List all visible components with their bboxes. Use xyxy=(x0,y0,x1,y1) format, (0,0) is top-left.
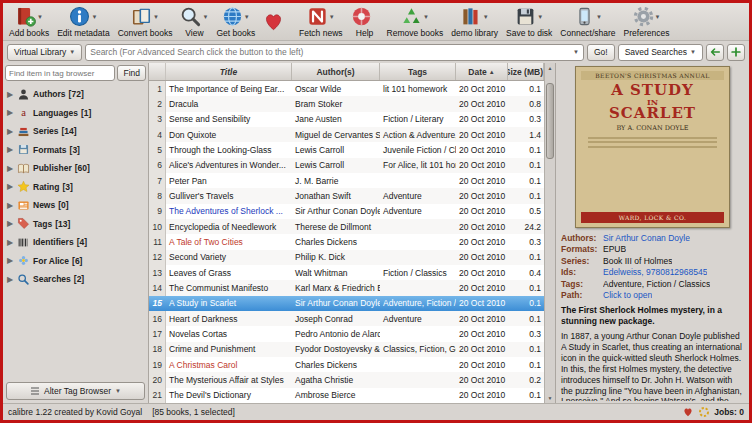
preferences-button[interactable]: ▼Preferences xyxy=(621,5,673,39)
library-button[interactable]: ▼demo library xyxy=(448,5,501,39)
dropdown-arrow-icon[interactable]: ▼ xyxy=(329,14,335,20)
sidebar-item-languages[interactable]: ▶aLanguages[1] xyxy=(3,104,148,123)
detail-field-value[interactable]: Click to open xyxy=(603,290,652,301)
saved-searches-combo[interactable]: Saved Searches ▼ xyxy=(618,44,703,61)
sidebar-item-identifiers[interactable]: ▶Identifiers[4] xyxy=(3,233,148,252)
fetch-news-button[interactable]: ▼Fetch news xyxy=(296,5,345,39)
sidebar-item-formats[interactable]: ▶Formats[3] xyxy=(3,141,148,160)
sidebar-item-count: [4] xyxy=(77,237,87,247)
sidebar-item-rating[interactable]: ▶Rating[3] xyxy=(3,178,148,197)
expand-arrow-icon[interactable]: ▶ xyxy=(6,256,14,265)
edit-metadata-button[interactable]: ▼Edit metadata xyxy=(54,5,112,39)
book-row[interactable]: 17Novelas CortasPedro Antonio de Alarcón… xyxy=(149,326,544,341)
column-header-size[interactable]: Size (MB) xyxy=(508,63,544,80)
book-row[interactable]: 4Don QuixoteMiguel de Cervantes Saa...Ac… xyxy=(149,127,544,142)
go-button[interactable]: Go! xyxy=(587,44,615,61)
expand-arrow-icon[interactable]: ▶ xyxy=(6,275,14,284)
book-row[interactable]: 14The Communist ManifestoKarl Marx & Fri… xyxy=(149,280,544,295)
convert-books-button[interactable]: ▼Convert books xyxy=(115,5,176,39)
jobs-spinner-icon[interactable] xyxy=(698,406,710,418)
sidebar-item-for-alice[interactable]: ▶For Alice[6] xyxy=(3,252,148,271)
expand-arrow-icon[interactable]: ▶ xyxy=(6,164,14,173)
heart-icon[interactable] xyxy=(682,406,694,418)
book-row[interactable]: 11A Tale of Two CitiesCharles Dickens20 … xyxy=(149,234,544,249)
book-row[interactable]: 7Peter PanJ. M. Barrie20 Oct 20100.1 xyxy=(149,173,544,188)
detail-field-value[interactable]: Sir Arthur Conan Doyle xyxy=(603,233,690,244)
book-row[interactable]: 6Alice's Adventures in Wonder...Lewis Ca… xyxy=(149,158,544,173)
search-input[interactable] xyxy=(90,47,573,57)
save-to-disk-button[interactable]: ▼Save to disk xyxy=(503,5,555,39)
search-field[interactable]: ▼ xyxy=(85,44,584,61)
sidebar-item-publisher[interactable]: ▶Publisher[60] xyxy=(3,159,148,178)
dropdown-arrow-icon[interactable]: ▼ xyxy=(596,14,602,20)
book-row[interactable]: 8Gulliver's TravelsJonathan SwiftAdventu… xyxy=(149,188,544,203)
dropdown-arrow-icon[interactable]: ▼ xyxy=(37,14,43,20)
detail-field-value[interactable]: Edelweiss, 9780812968545 xyxy=(603,267,707,278)
column-header-date[interactable]: Date▲ xyxy=(456,63,508,80)
book-row[interactable]: 13Leaves of GrassWalt WhitmanFiction / C… xyxy=(149,265,544,280)
dropdown-arrow-icon[interactable]: ▼ xyxy=(537,14,543,20)
dropdown-arrow-icon[interactable]: ▼ xyxy=(244,14,250,20)
scrollbar-track[interactable] xyxy=(545,73,555,393)
copy-search-to-saved-button[interactable] xyxy=(706,44,724,61)
search-history-dropdown-icon[interactable]: ▼ xyxy=(573,49,579,55)
expand-arrow-icon[interactable]: ▶ xyxy=(6,238,14,247)
scrollbar-thumb[interactable] xyxy=(546,83,554,160)
book-row[interactable]: 15A Study in ScarletSir Arthur Conan Doy… xyxy=(149,296,544,311)
book-row[interactable]: 9The Adventures of Sherlock ...Sir Arthu… xyxy=(149,204,544,219)
add-books-button[interactable]: ▼Add books xyxy=(6,5,52,39)
view-button[interactable]: ▼View xyxy=(177,5,211,39)
book-row[interactable]: 12Second VarietyPhilip K. Dick20 Oct 201… xyxy=(149,250,544,265)
scroll-up-icon[interactable]: ▲ xyxy=(545,63,555,73)
expand-arrow-icon[interactable]: ▶ xyxy=(6,127,14,136)
help-button[interactable]: ▼Help xyxy=(348,5,382,39)
book-row[interactable]: 2DraculaBram Stoker20 Oct 20100.8 xyxy=(149,96,544,111)
dropdown-arrow-icon[interactable]: ▼ xyxy=(91,14,97,20)
connect-share-button[interactable]: ▼Connect/share xyxy=(557,5,618,39)
expand-arrow-icon[interactable]: ▶ xyxy=(6,182,14,191)
sidebar-item-news[interactable]: ▶News[0] xyxy=(3,196,148,215)
remove-books-button[interactable]: ▼Remove books xyxy=(384,5,447,39)
book-row[interactable]: 3Sense and SensibilityJane AustenFiction… xyxy=(149,112,544,127)
book-cell-tags xyxy=(380,219,456,234)
sidebar-item-authors[interactable]: ▶Authors[72] xyxy=(3,85,148,104)
dropdown-arrow-icon[interactable]: ▼ xyxy=(655,14,661,20)
book-row[interactable]: 19A Christmas CarolCharles Dickens20 Oct… xyxy=(149,357,544,372)
dropdown-arrow-icon[interactable]: ▼ xyxy=(153,14,159,20)
expand-arrow-icon[interactable]: ▶ xyxy=(6,201,14,210)
book-row[interactable]: 10Encyclopedia of NeedleworkTherese de D… xyxy=(149,219,544,234)
book-details-panel: BEETON'S CHRISTMAS ANNUAL A STUDY IN SCA… xyxy=(555,63,749,403)
book-row[interactable]: 20The Mysterious Affair at StylesAgatha … xyxy=(149,372,544,387)
save-search-button[interactable] xyxy=(727,44,745,61)
expand-arrow-icon[interactable]: ▶ xyxy=(6,90,14,99)
expand-arrow-icon[interactable]: ▶ xyxy=(6,219,14,228)
tag-browser-find-button[interactable]: Find xyxy=(117,65,146,81)
jobs-indicator[interactable]: Jobs: 0 xyxy=(714,407,744,417)
column-header-title[interactable]: Title xyxy=(166,63,292,80)
sidebar-item-searches[interactable]: ▶Searches[2] xyxy=(3,270,148,289)
dropdown-arrow-icon[interactable]: ▼ xyxy=(202,14,208,20)
virtual-library-button[interactable]: Virtual Library ▼ xyxy=(7,44,82,61)
alter-tag-browser-button[interactable]: Alter Tag Browser ▼ xyxy=(6,382,145,400)
dropdown-arrow-icon[interactable]: ▼ xyxy=(423,14,429,20)
book-list-scrollbar[interactable]: ▲ ▼ xyxy=(544,63,555,403)
expand-arrow-icon[interactable]: ▶ xyxy=(6,145,14,154)
book-cell-tags: Adventure xyxy=(380,311,456,326)
book-row[interactable]: 1The Importance of Being Ear...Oscar Wil… xyxy=(149,81,544,96)
column-header-authors[interactable]: Author(s) xyxy=(292,63,380,80)
book-row[interactable]: 21The Devil's DictionaryAmbrose Bierce20… xyxy=(149,388,544,403)
donate-button[interactable]: ▼ xyxy=(260,10,294,34)
row-number-header[interactable] xyxy=(149,63,166,80)
book-row[interactable]: 18Crime and PunishmentFyodor Dostoyevsky… xyxy=(149,342,544,357)
expand-arrow-icon[interactable]: ▶ xyxy=(6,108,14,117)
book-cover[interactable]: BEETON'S CHRISTMAS ANNUAL A STUDY IN SCA… xyxy=(575,66,730,228)
column-header-tags[interactable]: Tags xyxy=(380,63,456,80)
dropdown-arrow-icon[interactable]: ▼ xyxy=(483,14,489,20)
book-row[interactable]: 5Through the Looking-GlassLewis CarrollJ… xyxy=(149,142,544,157)
scroll-down-icon[interactable]: ▼ xyxy=(545,393,555,403)
tag-browser-find-input[interactable] xyxy=(5,65,115,81)
book-row[interactable]: 16Heart of DarknessJoseph ConradAdventur… xyxy=(149,311,544,326)
get-books-button[interactable]: ▼Get books xyxy=(213,5,258,39)
sidebar-item-tags[interactable]: ▶Tags[13] xyxy=(3,215,148,234)
sidebar-item-series[interactable]: ▶Series[14] xyxy=(3,122,148,141)
